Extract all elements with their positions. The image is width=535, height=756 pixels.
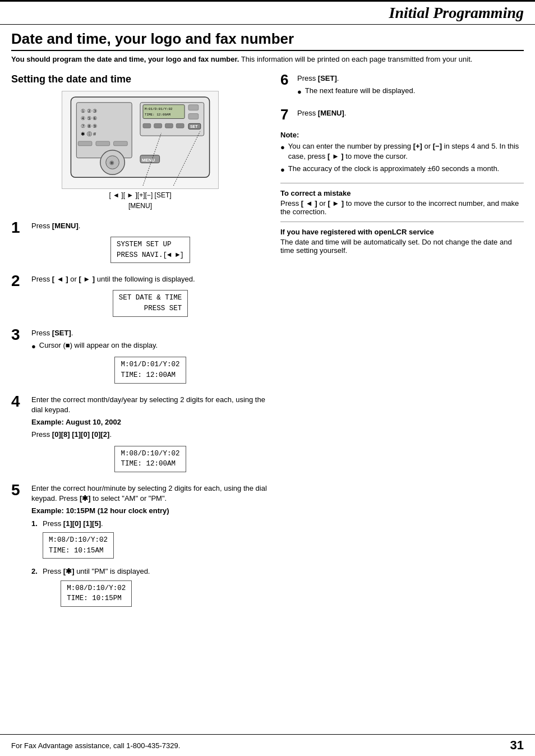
right-column: 6 Press [SET]. ● The next feature will b… — [280, 73, 524, 623]
step-3-lcd: M:01/D:01/Y:02TIME: 12:00AM — [114, 357, 186, 384]
step-4: 4 Enter the correct month/day/year by se… — [11, 395, 269, 476]
openlcr-text: The date and time will be automatically … — [280, 238, 524, 255]
svg-text:① ② ③: ① ② ③ — [81, 108, 97, 114]
substep-1-content: Press [1][0] [1][5]. M:08/D:10/Y:02TIME:… — [43, 519, 114, 563]
correction-title: To correct a mistake — [280, 189, 524, 197]
step-1: 1 Press [MENU]. SYSTEM SET UPPRESS NAVI.… — [11, 221, 269, 267]
svg-rect-15 — [143, 124, 151, 128]
divider-2 — [280, 222, 524, 222]
step-4-content: Enter the correct month/day/year by sele… — [31, 395, 269, 476]
correction-text: Press [ ◄ ] or [ ► ] to move the cursor … — [280, 199, 524, 216]
page-container: Initial Programming Date and time, your … — [0, 0, 535, 756]
note-bullet-1: ● You can enter the number by pressing [… — [280, 141, 524, 162]
step-3-content: Press [SET]. ● Cursor (■) will appear on… — [31, 328, 269, 387]
step-3-bullet-text: Cursor (■) will appear on the display. — [39, 340, 158, 351]
step-3-key: [SET] — [52, 329, 71, 337]
step-7-content: Press [MENU]. — [297, 108, 524, 121]
svg-text:⑦ ⑧ ⑨: ⑦ ⑧ ⑨ — [81, 123, 97, 129]
svg-text:◉: ◉ — [109, 160, 114, 166]
step-7-key: [MENU] — [318, 109, 344, 117]
openlcr-title: If you have registered with openLCR serv… — [280, 228, 524, 236]
step-7-number: 7 — [280, 107, 297, 122]
svg-rect-8 — [114, 141, 128, 146]
svg-text:M:01/D:01/Y:02: M:01/D:01/Y:02 — [145, 107, 173, 111]
intro-bold: You should program the date and time, yo… — [11, 55, 239, 63]
step-2-number: 2 — [11, 273, 31, 289]
substep-2-lcd: M:08/D:10/Y:02TIME: 10:15PM — [61, 580, 132, 607]
step-5-substep-1: 1. Press [1][0] [1][5]. M:08/D:10/Y:02TI… — [31, 519, 269, 563]
step-6-bullet-text: The next feature will be displayed. — [305, 86, 416, 96]
note-bullet-1-text: You can enter the number by pressing [+]… — [288, 141, 524, 162]
step-6-key: [SET] — [318, 74, 337, 82]
device-label-line2: [MENU] — [11, 201, 269, 211]
intro-paragraph: You should program the date and time, yo… — [11, 54, 524, 64]
two-column-layout: Setting the date and time ① ② ③ ④ ⑤ ⑥ ⑦ … — [11, 73, 524, 623]
svg-text:MENU: MENU — [142, 158, 155, 163]
substep-1-num: 1. — [31, 519, 43, 529]
substep-1-lcd: M:08/D:10/Y:02TIME: 10:15AM — [43, 532, 114, 559]
substep-2-num: 2. — [31, 566, 43, 577]
step-5-number: 5 — [11, 482, 31, 498]
step-3-bullet-dot: ● — [31, 342, 36, 352]
svg-text:SET: SET — [190, 125, 198, 128]
svg-rect-14 — [188, 114, 199, 119]
divider-1 — [280, 183, 524, 183]
svg-rect-17 — [165, 124, 173, 128]
step-6-number: 6 — [280, 72, 297, 87]
step-2-key2: [ ► ] — [79, 275, 95, 283]
note-title: Note: — [280, 131, 524, 139]
step-3-bullet: ● Cursor (■) will appear on the display. — [31, 340, 269, 352]
intro-rest: This information will be printed on each… — [241, 55, 473, 63]
step-5-substep-2: 2. Press [✱] until "PM" is displayed. M:… — [31, 566, 269, 610]
step-2-content: Press [ ◄ ] or [ ► ] until the following… — [31, 274, 269, 320]
svg-rect-7 — [96, 141, 110, 146]
step-4-example-press: Press [0][8] [1][0] [0][2]. — [31, 430, 269, 440]
step-1-content: Press [MENU]. SYSTEM SET UPPRESS NAVI.[◄… — [31, 221, 269, 267]
step-2-key1: [ ◄ ] — [52, 275, 68, 283]
correction-section: To correct a mistake Press [ ◄ ] or [ ► … — [280, 189, 524, 216]
step-5-content: Enter the correct hour/minute by selecti… — [31, 483, 269, 615]
svg-text:④ ⑤ ⑥: ④ ⑤ ⑥ — [81, 116, 97, 122]
page-content: Date and time, your logo and fax number … — [0, 30, 535, 623]
step-4-number: 4 — [11, 394, 31, 409]
svg-rect-16 — [154, 124, 162, 128]
step-4-example-label: Example: August 10, 2002 — [31, 417, 269, 427]
left-column: Setting the date and time ① ② ③ ④ ⑤ ⑥ ⑦ … — [11, 73, 269, 623]
svg-rect-13 — [188, 105, 199, 110]
device-diagram: ① ② ③ ④ ⑤ ⑥ ⑦ ⑧ ⑨ ✱ ⓪ # M:01/D:01/Y:02 — [62, 91, 219, 189]
footer-page-number: 31 — [510, 738, 524, 753]
step-1-lcd: SYSTEM SET UPPRESS NAVI.[◄ ►] — [110, 237, 190, 264]
step-4-lcd: M:08/D:10/Y:02TIME: 12:00AM — [114, 446, 186, 473]
step-1-key: [MENU] — [52, 222, 79, 230]
step-6-bullet: ● The next feature will be displayed. — [297, 86, 524, 97]
step-2-lcd: SET DATE & TIME PRESS SET — [113, 290, 188, 317]
page-header: Initial Programming — [0, 0, 535, 25]
step-5-example-label: Example: 10:15PM (12 hour clock entry) — [31, 506, 269, 516]
device-labels: [ ◄ ][ ► ][+][−] [SET] [MENU] — [11, 190, 269, 211]
svg-text:✱  ⓪  #: ✱ ⓪ # — [81, 131, 96, 137]
page-title: Initial Programming — [389, 4, 524, 21]
svg-rect-18 — [176, 124, 184, 128]
step-2: 2 Press [ ◄ ] or [ ► ] until the followi… — [11, 274, 269, 320]
note-section: Note: ● You can enter the number by pres… — [280, 131, 524, 176]
step-6-content: Press [SET]. ● The next feature will be … — [297, 73, 524, 99]
section-title: Date and time, your logo and fax number — [11, 30, 524, 51]
step-6: 6 Press [SET]. ● The next feature will b… — [280, 73, 524, 99]
note-bullet-2: ● The accuracy of the clock is approxima… — [280, 164, 524, 175]
step-7: 7 Press [MENU]. — [280, 108, 524, 122]
note-bullet-2-text: The accuracy of the clock is approximate… — [288, 164, 499, 174]
substep-2-content: Press [✱] until "PM" is displayed. M:08/… — [43, 566, 150, 610]
openlcr-section: If you have registered with openLCR serv… — [280, 228, 524, 255]
step-3-number: 3 — [11, 327, 31, 343]
page-footer: For Fax Advantage assistance, call 1-800… — [0, 734, 535, 756]
step-3: 3 Press [SET]. ● Cursor (■) will appear … — [11, 328, 269, 387]
step-5: 5 Enter the correct hour/minute by selec… — [11, 483, 269, 615]
device-label-line1: [ ◄ ][ ► ][+][−] [SET] — [11, 190, 269, 201]
step-1-number: 1 — [11, 220, 31, 236]
subsection-title: Setting the date and time — [11, 73, 269, 85]
svg-rect-6 — [78, 141, 92, 146]
footer-text: For Fax Advantage assistance, call 1-800… — [11, 741, 180, 750]
svg-text:TIME: 12:00AM: TIME: 12:00AM — [145, 113, 171, 117]
